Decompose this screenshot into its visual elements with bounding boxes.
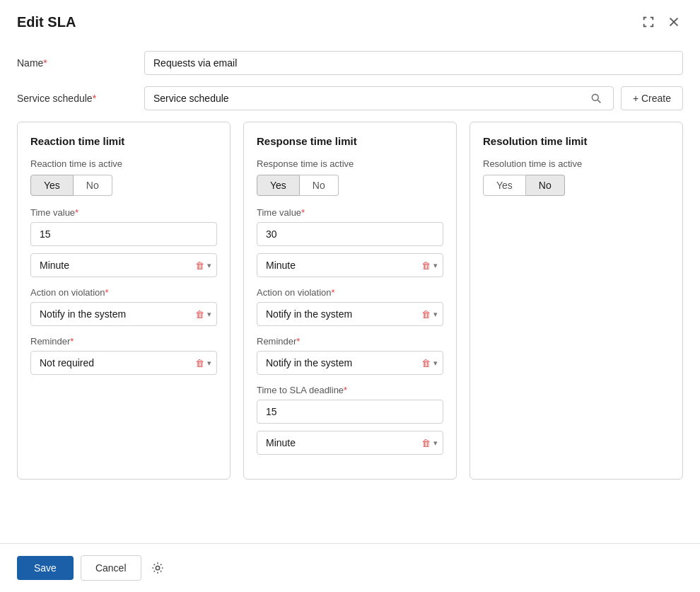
name-row: Name* bbox=[17, 51, 683, 75]
response-deadline-label: Time to SLA deadline* bbox=[257, 385, 443, 395]
svg-point-4 bbox=[156, 566, 159, 569]
reaction-reminder-select[interactable]: Not required Notify in the system bbox=[30, 351, 217, 375]
response-no-button[interactable]: No bbox=[300, 175, 339, 196]
reaction-time-value-label: Time value* bbox=[30, 207, 217, 218]
reaction-toggle-group: Yes No bbox=[30, 175, 217, 196]
resolution-toggle-group: Yes No bbox=[483, 175, 670, 196]
close-icon bbox=[667, 16, 680, 28]
name-label: Name* bbox=[17, 57, 144, 69]
cancel-button[interactable]: Cancel bbox=[81, 555, 141, 581]
reaction-reminder-wrapper: Not required Notify in the system 🗑 ▾ bbox=[30, 351, 217, 375]
modal-header: Edit SLA bbox=[0, 0, 700, 40]
modal-body: Name* Service schedule* Service schedule… bbox=[0, 40, 700, 543]
resolution-panel-title: Resolution time limit bbox=[483, 135, 670, 147]
svg-point-2 bbox=[592, 94, 598, 100]
schedule-label: Service schedule* bbox=[17, 93, 144, 104]
reaction-time-unit-select[interactable]: Minute Hour Day bbox=[30, 253, 217, 277]
response-panel: Response time limit Response time is act… bbox=[243, 122, 457, 480]
response-toggle-group: Yes No bbox=[257, 175, 443, 196]
search-icon bbox=[590, 93, 602, 104]
response-active-label: Response time is active bbox=[257, 158, 443, 169]
expand-button[interactable] bbox=[639, 13, 658, 31]
reaction-action-wrapper: Notify in the system 🗑 ▾ bbox=[30, 302, 217, 326]
response-time-unit-wrapper: Minute Hour Day 🗑 ▾ bbox=[257, 253, 443, 277]
schedule-row: Service schedule* Service schedule + Cre… bbox=[17, 86, 683, 110]
reaction-panel: Reaction time limit Reaction time is act… bbox=[17, 122, 231, 480]
response-reminder-wrapper: Not required Notify in the system 🗑 ▾ bbox=[257, 351, 443, 375]
reaction-yes-button[interactable]: Yes bbox=[30, 175, 74, 196]
resolution-yes-button[interactable]: Yes bbox=[483, 175, 526, 196]
reaction-active-label: Reaction time is active bbox=[30, 158, 217, 169]
name-input[interactable] bbox=[144, 51, 683, 75]
svg-line-3 bbox=[597, 100, 600, 103]
response-time-unit-select[interactable]: Minute Hour Day bbox=[257, 253, 443, 277]
reaction-time-unit-wrapper: Minute Hour Day 🗑 ▾ bbox=[30, 253, 217, 277]
response-time-value-label: Time value* bbox=[257, 207, 443, 218]
reaction-action-label: Action on violation* bbox=[30, 287, 217, 298]
save-button[interactable]: Save bbox=[17, 556, 74, 580]
reaction-time-input[interactable] bbox=[30, 222, 217, 246]
response-reminder-select[interactable]: Not required Notify in the system bbox=[257, 351, 443, 375]
header-actions bbox=[639, 13, 683, 31]
gear-icon bbox=[151, 562, 164, 574]
modal-title: Edit SLA bbox=[17, 14, 76, 30]
expand-icon bbox=[642, 16, 655, 28]
settings-button[interactable] bbox=[148, 559, 167, 577]
response-panel-title: Response time limit bbox=[257, 135, 443, 147]
reaction-no-button[interactable]: No bbox=[74, 175, 112, 196]
response-yes-button[interactable]: Yes bbox=[257, 175, 300, 196]
panels-row: Reaction time limit Reaction time is act… bbox=[17, 122, 683, 480]
reaction-action-select[interactable]: Notify in the system bbox=[30, 302, 217, 326]
response-action-select[interactable]: Notify in the system bbox=[257, 302, 443, 326]
schedule-value: Service schedule bbox=[153, 93, 588, 104]
response-reminder-label: Reminder* bbox=[257, 336, 443, 347]
response-deadline-input[interactable] bbox=[257, 400, 443, 424]
modal-footer: Save Cancel bbox=[0, 543, 700, 592]
edit-sla-modal: Edit SLA Name* S bbox=[0, 0, 700, 592]
resolution-no-button[interactable]: No bbox=[526, 175, 565, 196]
reaction-panel-title: Reaction time limit bbox=[30, 135, 217, 147]
schedule-input-wrapper[interactable]: Service schedule bbox=[144, 86, 614, 110]
resolution-panel: Resolution time limit Resolution time is… bbox=[469, 122, 683, 480]
resolution-active-label: Resolution time is active bbox=[483, 158, 670, 169]
response-action-label: Action on violation* bbox=[257, 287, 443, 298]
reaction-reminder-label: Reminder* bbox=[30, 336, 217, 347]
schedule-search-button[interactable] bbox=[588, 93, 605, 104]
response-time-input[interactable] bbox=[257, 222, 443, 246]
close-button[interactable] bbox=[665, 13, 683, 31]
create-button[interactable]: + Create bbox=[621, 86, 683, 110]
response-deadline-unit-select[interactable]: Minute Hour Day bbox=[257, 431, 443, 455]
response-action-wrapper: Notify in the system 🗑 ▾ bbox=[257, 302, 443, 326]
response-deadline-unit-wrapper: Minute Hour Day 🗑 ▾ bbox=[257, 431, 443, 455]
